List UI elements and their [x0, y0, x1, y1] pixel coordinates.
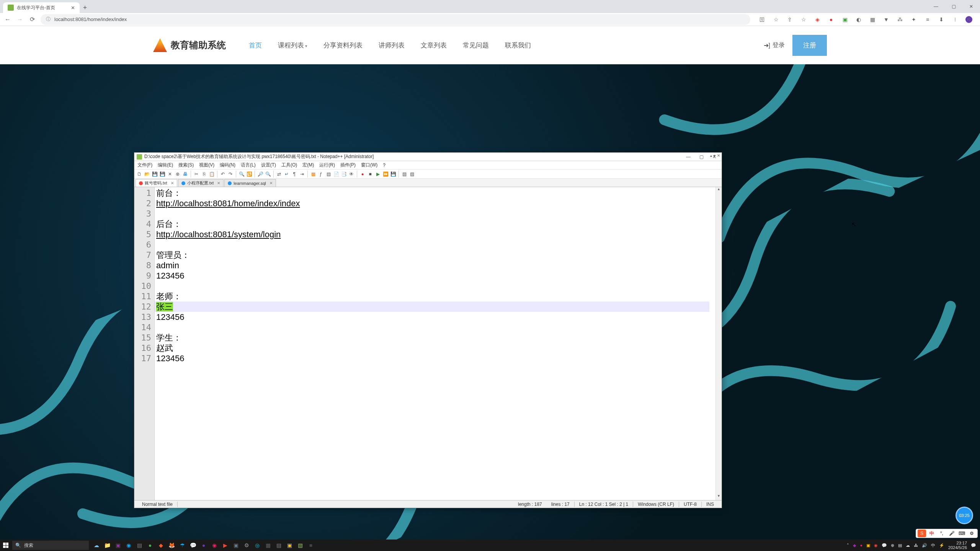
doc-icon[interactable]: 📄 — [333, 171, 340, 178]
taskbar-app-icon[interactable]: ▧ — [295, 540, 305, 551]
share-icon[interactable]: ⇪ — [786, 16, 793, 23]
menu-search[interactable]: 搜索(S) — [178, 162, 194, 168]
tab-close-icon[interactable]: ✕ — [270, 181, 273, 185]
ime-lang-icon[interactable]: 中 — [928, 530, 936, 537]
menu-tools[interactable]: 工具(O) — [281, 162, 297, 168]
taskbar-app-icon[interactable]: ■ — [305, 540, 316, 551]
maximize-button[interactable]: ▢ — [945, 0, 962, 13]
play-icon[interactable]: ▶ — [374, 171, 381, 178]
site-info-icon[interactable]: ⓘ — [46, 16, 51, 23]
taskbar-app-icon[interactable]: ▶ — [220, 540, 230, 551]
npp-minimize[interactable]: — — [683, 154, 693, 160]
ext-icon[interactable]: ▣ — [841, 16, 848, 23]
notifications-icon[interactable]: 💬 — [971, 543, 976, 548]
func-icon[interactable]: ƒ — [317, 171, 324, 178]
copy-icon[interactable]: ⎘ — [201, 171, 207, 178]
nav-contact[interactable]: 联系我们 — [505, 41, 531, 50]
ime-toolbar[interactable]: S 中 °, 🎤 ⌨ ⚙ — [916, 529, 978, 538]
menu-macro[interactable]: 宏(M) — [302, 162, 314, 168]
menu-help[interactable]: ? — [383, 163, 385, 168]
menu-language[interactable]: 语言(L) — [241, 162, 256, 168]
taskbar-app-icon[interactable]: ▤ — [273, 540, 284, 551]
menu-window[interactable]: 窗口(W) — [361, 162, 377, 168]
ext-icon[interactable]: ◐ — [855, 16, 862, 23]
cut-icon[interactable]: ✂ — [193, 171, 200, 178]
zoomout-icon[interactable]: 🔍 — [265, 171, 271, 178]
start-button[interactable] — [0, 540, 11, 551]
taskbar-app-icon[interactable]: ◉ — [123, 540, 134, 551]
menu-file[interactable]: 文件(F) — [137, 162, 152, 168]
taskbar-app-icon[interactable]: ● — [198, 540, 209, 551]
zoomin-icon[interactable]: 🔎 — [257, 171, 264, 178]
menu-settings[interactable]: 设置(T) — [261, 162, 276, 168]
saveall-icon[interactable]: 💾 — [159, 171, 166, 178]
notepadpp-window[interactable]: D:\code space2\基于Web技术的教育辅助系统设计与实现 pwx17… — [134, 152, 722, 508]
register-button[interactable]: 注册 — [792, 35, 827, 56]
tray-icon[interactable]: 💬 — [882, 543, 887, 548]
taskbar-search[interactable]: 🔍 搜索 — [12, 541, 89, 550]
floating-badge[interactable]: 03:25 — [956, 507, 973, 524]
find-icon[interactable]: 🔍 — [238, 171, 245, 178]
taskbar-app-icon[interactable]: ▣ — [284, 540, 295, 551]
profile-avatar[interactable]: K — [965, 16, 972, 23]
menu-encoding[interactable]: 编码(N) — [220, 162, 235, 168]
savmacro-icon[interactable]: 💾 — [390, 171, 397, 178]
tray-icon[interactable]: ◉ — [874, 543, 878, 548]
record-icon[interactable]: ● — [359, 171, 366, 178]
bookmark-icon[interactable]: ☆ — [800, 16, 807, 23]
scroll-up-icon[interactable]: ▲ — [716, 187, 722, 193]
stop-icon[interactable]: ■ — [367, 171, 374, 178]
menu-run[interactable]: 运行(R) — [319, 162, 335, 168]
extensions-icon[interactable]: ⁝ — [952, 16, 959, 23]
ext-icon[interactable]: ◈ — [814, 16, 821, 23]
tray-icon[interactable]: ⚡ — [939, 543, 944, 548]
tray-expand-icon[interactable]: ˄ — [847, 543, 849, 548]
taskbar-app-icon[interactable]: ▤ — [134, 540, 145, 551]
close-icon[interactable]: ✕ — [167, 171, 173, 178]
redo-icon[interactable]: ↷ — [227, 171, 234, 178]
taskbar-app-icon[interactable]: 🦊 — [166, 540, 177, 551]
tab-close-icon[interactable]: ✕ — [171, 181, 174, 185]
ime-logo-icon[interactable]: S — [918, 530, 926, 537]
forward-button[interactable]: → — [16, 16, 24, 23]
taskbar-app-icon[interactable]: ▣ — [230, 540, 241, 551]
tray-icon[interactable]: ☁ — [906, 543, 910, 548]
tool-icon[interactable]: ▧ — [401, 171, 408, 178]
menu-edit[interactable]: 编辑(E) — [158, 162, 173, 168]
ext-icon[interactable]: ▼ — [883, 16, 890, 23]
ime-punct-icon[interactable]: °, — [938, 530, 946, 537]
wrap-icon[interactable]: ↵ — [283, 171, 290, 178]
nav-teachers[interactable]: 讲师列表 — [379, 41, 405, 50]
taskbar-app-icon[interactable]: ◆ — [155, 540, 166, 551]
tray-icon[interactable]: ⊕ — [891, 543, 894, 548]
replace-icon[interactable]: 🔁 — [246, 171, 253, 178]
taskbar-app-icon[interactable]: ☂ — [177, 540, 188, 551]
menu-plugins[interactable]: 插件(P) — [340, 162, 356, 168]
ext-icon[interactable]: ✦ — [910, 16, 917, 23]
menu-view[interactable]: 视图(V) — [199, 162, 214, 168]
tray-volume-icon[interactable]: 🔊 — [922, 543, 927, 548]
npp-titlebar[interactable]: D:\code space2\基于Web技术的教育辅助系统设计与实现 pwx17… — [134, 153, 722, 161]
tray-icon[interactable]: ◆ — [853, 543, 856, 548]
scroll-down-icon[interactable]: ▼ — [716, 494, 722, 500]
save-icon[interactable]: 💾 — [151, 171, 158, 178]
code-area[interactable]: 前台： http://localhost:8081/home/index/ind… — [154, 187, 715, 500]
fold-icon[interactable]: ▦ — [310, 171, 317, 178]
url-input[interactable]: ⓘ localhost:8081/home/index/index — [41, 14, 750, 25]
ime-keyboard-icon[interactable]: ⌨ — [957, 530, 966, 537]
sync-icon[interactable]: ⇄ — [276, 171, 283, 178]
reload-button[interactable]: ⟳ — [28, 16, 36, 23]
taskbar-app-icon[interactable]: ▦ — [263, 540, 273, 551]
browser-tab[interactable]: 在线学习平台-首页 ✕ — [3, 2, 80, 13]
nav-shares[interactable]: 分享资料列表 — [323, 41, 363, 50]
nav-articles[interactable]: 文章列表 — [421, 41, 447, 50]
nav-home[interactable]: 首页 — [249, 41, 262, 50]
indent-icon[interactable]: ⇥ — [299, 171, 305, 178]
taskbar-app-icon[interactable]: ● — [145, 540, 155, 551]
login-link[interactable]: ➜] 登录 — [764, 41, 785, 49]
nav-courses[interactable]: 课程列表 — [278, 41, 307, 50]
ime-settings-icon[interactable]: ⚙ — [967, 530, 976, 537]
key-icon[interactable]: ⚿ — [759, 16, 766, 23]
close-button[interactable]: ✕ — [962, 0, 980, 13]
closeall-icon[interactable]: ⊗ — [174, 171, 181, 178]
